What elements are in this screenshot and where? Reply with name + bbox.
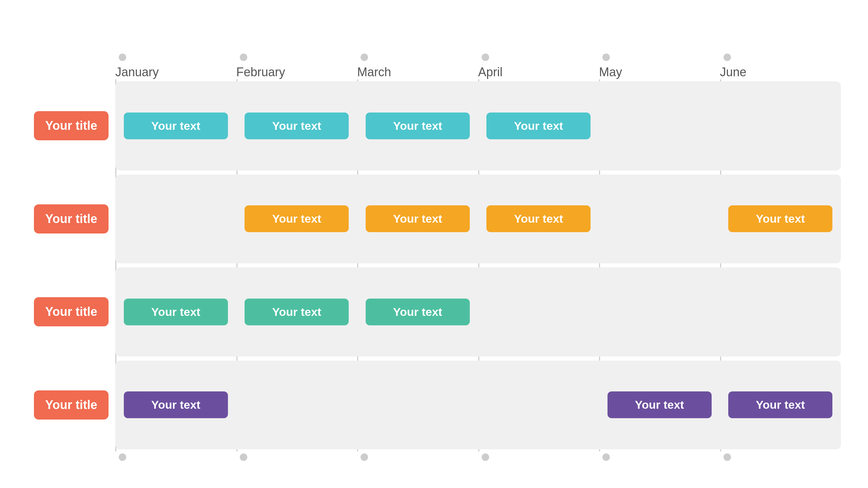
month-col-2: March [357,54,478,79]
cell-r3-c3 [478,361,599,450]
grid-row-2: Your textYour textYour text [115,267,841,357]
month-dot-bottom-2 [361,453,368,461]
bottom-dot-col-2 [357,451,478,461]
grid-row-3: Your textYour textYour text [115,361,841,450]
bottom-dot-col-1 [236,451,358,461]
title-btn-2[interactable]: Your title [34,297,109,326]
title-cell-1: Your title [27,172,115,266]
month-label-3: April [478,61,503,79]
month-col-4: May [599,54,720,79]
task-btn-r3-c5[interactable]: Your text [728,391,832,418]
cell-r3-c2 [357,361,478,450]
month-dot-bottom-1 [240,453,247,461]
month-dot-top-4 [602,54,610,61]
cell-r3-c5: Your text [720,361,841,450]
bottom-dot-col-3 [478,451,599,461]
month-dot-top-1 [240,54,247,61]
month-col-5: June [720,54,841,79]
months-row: January February March April May June [115,54,841,79]
task-btn-r0-c2[interactable]: Your text [366,113,470,139]
titles-column: Your titleYour titleYour titleYour title [27,79,115,451]
slide: January February March April May June Yo… [0,0,868,488]
cell-r0-c2: Your text [357,81,478,170]
month-dot-bottom-0 [119,453,126,461]
task-btn-r2-c2[interactable]: Your text [366,299,470,325]
task-btn-r2-c0[interactable]: Your text [124,299,228,325]
task-btn-r0-c1[interactable]: Your text [245,113,349,139]
month-dot-top-3 [482,54,489,61]
cell-r0-c1: Your text [236,81,358,170]
cell-r2-c1: Your text [236,267,358,357]
bottom-dot-col-4 [599,451,720,461]
cell-r1-c1: Your text [236,175,358,264]
cell-r0-c0: Your text [115,81,236,170]
month-dot-top-0 [119,54,126,61]
task-btn-r2-c1[interactable]: Your text [245,299,349,325]
month-label-1: February [236,61,285,79]
bottom-dot-col-5 [720,451,841,461]
title-cell-2: Your title [27,265,115,359]
cell-r0-c5 [720,81,841,170]
month-label-2: March [357,61,391,79]
month-dot-top-2 [361,54,368,61]
task-btn-r0-c0[interactable]: Your text [124,113,228,139]
title-btn-3[interactable]: Your title [34,390,109,420]
bottom-dots-row [115,451,841,461]
title-cell-3: Your title [27,359,115,452]
cell-r3-c1 [236,361,358,450]
task-btn-r1-c1[interactable]: Your text [245,205,349,232]
month-label-5: June [720,61,747,79]
bottom-dot-col-0 [115,451,236,461]
month-label-4: May [599,61,622,79]
task-btn-r3-c4[interactable]: Your text [607,391,712,418]
month-col-1: February [236,54,358,79]
task-btn-r3-c0[interactable]: Your text [124,391,228,418]
cell-r2-c4 [599,267,720,357]
cell-r1-c4 [599,175,720,264]
task-btn-r1-c3[interactable]: Your text [486,205,591,232]
grid-row-1: Your textYour textYour textYour text [115,175,841,264]
month-dot-bottom-4 [602,453,610,461]
title-cell-0: Your title [27,79,115,172]
grid-body: Your titleYour titleYour titleYour title… [27,79,841,451]
month-col-3: April [478,54,599,79]
cell-r1-c3: Your text [478,175,599,264]
cell-r0-c3: Your text [478,81,599,170]
cell-r2-c5 [720,267,841,357]
task-btn-r1-c5[interactable]: Your text [728,205,832,232]
month-dot-bottom-3 [482,453,489,461]
month-dot-top-5 [724,54,731,61]
task-btn-r0-c3[interactable]: Your text [486,113,591,139]
task-btn-r1-c2[interactable]: Your text [366,205,470,232]
month-dot-bottom-5 [724,453,731,461]
month-col-0: January [115,54,236,79]
title-btn-0[interactable]: Your title [34,111,109,140]
cell-r3-c0: Your text [115,361,236,450]
cell-r0-c4 [599,81,720,170]
cell-r1-c5: Your text [720,175,841,264]
cell-r1-c0 [115,175,236,264]
cell-r2-c0: Your text [115,267,236,357]
cell-r1-c2: Your text [357,175,478,264]
title-btn-1[interactable]: Your title [34,204,109,233]
grid-row-0: Your textYour textYour textYour text [115,81,841,170]
cell-r2-c2: Your text [357,267,478,357]
month-label-0: January [115,61,159,79]
cell-r3-c4: Your text [599,361,720,450]
cell-r2-c3 [478,267,599,357]
months-grid: Your textYour textYour textYour textYour… [115,79,841,451]
roadmap-container: January February March April May June Yo… [27,54,841,461]
